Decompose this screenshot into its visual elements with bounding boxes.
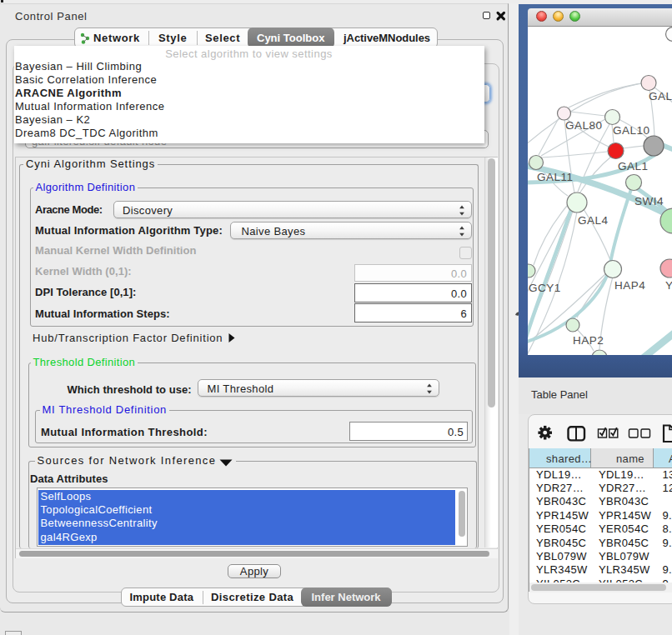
svg-text:GAL7: GAL7 <box>649 90 672 102</box>
svg-text:SWI4: SWI4 <box>634 195 664 208</box>
svg-text:GAL10: GAL10 <box>613 124 650 137</box>
svg-text:Y: Y <box>665 279 672 292</box>
svg-text:GAL11: GAL11 <box>537 171 574 183</box>
svg-text:GAL80: GAL80 <box>565 119 603 132</box>
svg-text:GAL4: GAL4 <box>578 214 609 227</box>
svg-text:HAP2: HAP2 <box>573 334 604 347</box>
svg-text:GCY1: GCY1 <box>529 282 561 294</box>
svg-text:HAP4: HAP4 <box>614 279 645 292</box>
svg-text:GAL1: GAL1 <box>618 160 649 172</box>
